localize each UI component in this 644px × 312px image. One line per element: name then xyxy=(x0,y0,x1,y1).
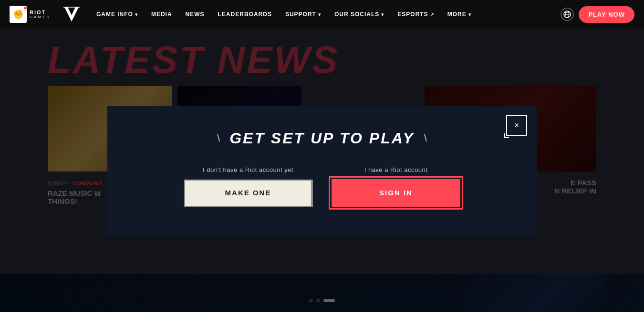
no-account-group: I don't have a Riot account yet MAKE ONE xyxy=(184,166,312,207)
riot-text: RIOT xyxy=(30,10,51,15)
nav-item-support[interactable]: SUPPORT ▾ xyxy=(279,0,328,29)
nav-item-more[interactable]: MORE ▾ xyxy=(441,0,478,29)
no-account-label: I don't have a Riot account yet xyxy=(203,166,293,173)
modal-title-row: \ GET SET UP TO PLAY \ xyxy=(217,130,427,147)
nav-item-news[interactable]: NEWS xyxy=(179,0,211,29)
modal: × \ GET SET UP TO PLAY \ I don't have a … xyxy=(107,106,537,235)
riot-logo[interactable]: ✊ RIOT GAMES xyxy=(10,6,51,23)
deco-right: \ xyxy=(424,132,427,144)
language-selector[interactable] xyxy=(561,8,574,21)
make-one-button[interactable]: MAKE ONE xyxy=(184,179,312,207)
svg-marker-0 xyxy=(64,7,79,21)
nav-item-our-socials[interactable]: OUR SOCIALS ▾ xyxy=(328,0,391,29)
nav-right: PLAY NOW xyxy=(561,6,634,23)
nav-item-media[interactable]: MEDIA xyxy=(145,0,179,29)
modal-buttons: I don't have a Riot account yet MAKE ONE… xyxy=(136,166,508,207)
chevron-down-icon-2: ▾ xyxy=(318,12,321,17)
has-account-group: I have a Riot account SIGN IN xyxy=(332,166,460,207)
nav-item-game-info[interactable]: GAME INFO ▾ xyxy=(90,0,145,29)
sign-in-button[interactable]: SIGN IN xyxy=(332,179,460,207)
modal-close-button[interactable]: × xyxy=(506,115,527,136)
has-account-label: I have a Riot account xyxy=(364,166,428,173)
nav-item-leaderboards[interactable]: LEADERBOARDS xyxy=(211,0,279,29)
chevron-down-icon: ▾ xyxy=(135,12,138,17)
navbar: ✊ RIOT GAMES GAME INFO ▾ MEDIA NEWS LEAD… xyxy=(0,0,644,29)
chevron-down-icon-4: ▾ xyxy=(468,12,471,17)
valorant-logo xyxy=(62,5,81,24)
deco-left: \ xyxy=(217,132,220,144)
nav-items: GAME INFO ▾ MEDIA NEWS LEADERBOARDS SUPP… xyxy=(90,0,556,29)
chevron-down-icon-3: ▾ xyxy=(381,12,384,17)
games-text: GAMES xyxy=(30,15,51,19)
play-now-button[interactable]: PLAY NOW xyxy=(579,6,634,23)
modal-wrapper: × \ GET SET UP TO PLAY \ I don't have a … xyxy=(0,29,644,312)
nav-item-esports[interactable]: ESPORTS ↗ xyxy=(391,0,440,29)
external-link-icon: ↗ xyxy=(430,12,434,17)
modal-title: GET SET UP TO PLAY xyxy=(229,130,415,147)
